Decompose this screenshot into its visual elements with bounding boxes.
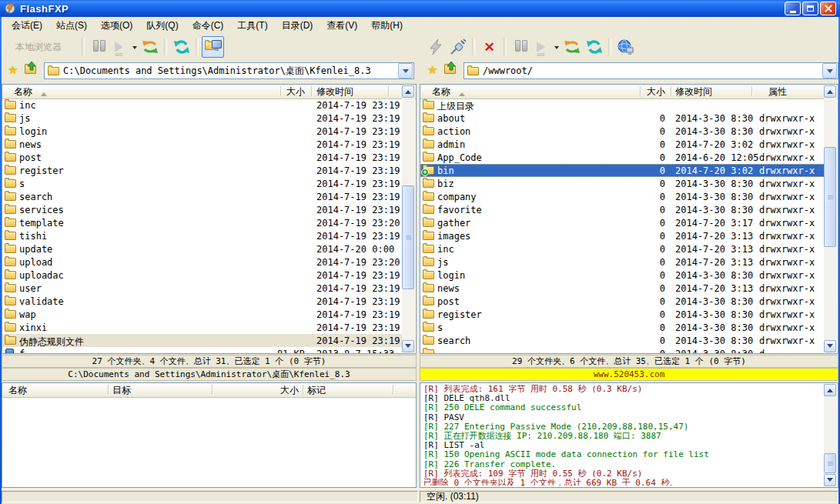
remote-path-value[interactable]: /wwwroot/	[483, 65, 533, 76]
column-divider[interactable]	[388, 86, 390, 96]
column-header-date[interactable]: 修改时间	[316, 85, 353, 98]
go-queue-button[interactable]	[532, 36, 554, 58]
file-row[interactable]: news02014-7-20 3:13drwxrwxr-x	[420, 282, 825, 295]
favorites-icon[interactable]: ★	[8, 63, 18, 77]
column-header-attr[interactable]: 属性	[768, 85, 787, 98]
file-row[interactable]: services2014-7-19 23:19	[2, 203, 403, 216]
file-row[interactable]: user2014-7-19 23:19	[2, 282, 403, 295]
file-row[interactable]: images02014-7-20 3:13drwxrwxr-x	[420, 229, 825, 242]
column-header-size[interactable]: 大小	[280, 383, 299, 397]
transfer-button[interactable]	[139, 36, 161, 58]
column-divider[interactable]	[108, 385, 109, 395]
file-row[interactable]: register02014-3-30 8:30drwxrwxr-x	[420, 308, 825, 321]
file-row[interactable]: login02014-3-30 8:30drwxrwxr-x	[420, 269, 825, 282]
menu-item-3[interactable]: 选项(O)	[94, 17, 139, 35]
file-row[interactable]: search2014-7-19 23:19	[2, 190, 403, 203]
log-scrollbar[interactable]	[824, 384, 837, 486]
web-site-button[interactable]	[614, 36, 637, 58]
file-row[interactable]: uploadac2014-7-19 23:19	[2, 269, 403, 282]
file-row[interactable]: admin02014-7-20 3:02drwxrwxr-x	[420, 138, 825, 151]
column-divider[interactable]	[212, 385, 213, 395]
refresh-button[interactable]	[170, 36, 192, 58]
column-header-flag[interactable]: 标记	[307, 383, 326, 397]
file-row[interactable]: about02014-3-30 8:30drwxrwxr-x	[420, 112, 825, 125]
transfer-button[interactable]	[561, 36, 583, 58]
remote-path-dropdown-button[interactable]	[822, 63, 837, 78]
go-queue-button[interactable]	[110, 36, 132, 58]
parent-folder-button[interactable]	[444, 64, 458, 75]
menu-item-6[interactable]: 工具(T)	[230, 17, 274, 35]
file-row[interactable]: news2014-7-19 23:19	[2, 138, 403, 151]
refresh-button[interactable]	[583, 36, 605, 58]
column-divider[interactable]	[280, 86, 282, 96]
local-path-combobox[interactable]: C:\Documents and Settings\Administrator\…	[44, 62, 414, 79]
scroll-up-button[interactable]	[402, 85, 414, 98]
menu-item-7[interactable]: 目录(D)	[275, 17, 320, 35]
menu-item-9[interactable]: 帮助(H)	[364, 17, 410, 35]
menu-item-8[interactable]: 查看(V)	[320, 17, 364, 35]
disconnect-button[interactable]: ✕	[478, 36, 500, 58]
column-header-name[interactable]: 名称	[8, 383, 27, 397]
column-divider[interactable]	[751, 86, 753, 96]
file-row[interactable]: post2014-7-19 23:19	[2, 151, 403, 164]
file-row[interactable]: wap2014-7-19 23:19	[2, 308, 403, 321]
scroll-down-button[interactable]	[824, 340, 836, 352]
quick-connect-button[interactable]	[424, 36, 447, 58]
file-row[interactable]: biz02014-3-30 8:30drwxrwxr-x	[420, 177, 825, 190]
favorites-icon[interactable]: ★	[427, 63, 437, 77]
pause-button[interactable]	[510, 36, 532, 58]
file-row-partial[interactable]: 02014-3-30 8:30d	[420, 347, 825, 353]
file-row[interactable]: xinxi2014-7-19 23:19	[2, 321, 403, 334]
file-row[interactable]: search02014-3-30 8:30drwxrwxr-x	[420, 334, 825, 347]
file-row[interactable]: 上级目录	[420, 98, 825, 112]
file-row[interactable]: company02014-3-30 8:30drwxrwxr-x	[420, 190, 825, 203]
scroll-up-button[interactable]	[824, 384, 836, 396]
file-row-partial[interactable]: f81 KB2013-8-7 15:33	[2, 347, 403, 353]
column-header-size[interactable]: 大小	[647, 85, 665, 98]
file-row[interactable]: tishi2014-7-19 23:19	[2, 229, 403, 242]
menu-item-1[interactable]: 会话(E)	[5, 17, 49, 35]
column-divider[interactable]	[393, 385, 394, 395]
file-row[interactable]: 伪静态规则文件2014-7-19 23:19	[2, 334, 403, 347]
menu-item-4[interactable]: 队列(Q)	[139, 17, 185, 35]
file-row[interactable]: template2014-7-19 23:20	[2, 216, 403, 229]
column-divider[interactable]	[671, 86, 672, 96]
scrollbar-thumb[interactable]	[402, 185, 414, 289]
file-row[interactable]: update2014-7-20 0:00	[2, 242, 403, 255]
file-row[interactable]: inc02014-7-20 3:13drwxrwxr-x	[420, 242, 825, 255]
file-row[interactable]: post02014-3-30 8:30drwxrwxr-x	[420, 295, 825, 308]
local-path-dropdown-button[interactable]	[398, 63, 413, 78]
scroll-down-button[interactable]	[402, 340, 414, 352]
menu-item-5[interactable]: 命令(C)	[186, 17, 231, 35]
scroll-up-button[interactable]	[824, 85, 836, 98]
go-dropdown-arrow[interactable]	[554, 46, 559, 52]
close-button[interactable]	[820, 2, 836, 15]
go-dropdown-arrow[interactable]	[132, 46, 137, 52]
scroll-down-button[interactable]	[824, 474, 836, 486]
file-row[interactable]: favorite02014-3-30 8:30drwxrwxr-x	[420, 203, 825, 216]
file-row[interactable]: validate2014-7-19 23:19	[2, 295, 403, 308]
scrollbar-thumb[interactable]	[824, 147, 836, 247]
connect-button[interactable]	[447, 36, 469, 58]
pause-button[interactable]	[88, 36, 110, 58]
file-row[interactable]: login2014-7-19 23:19	[2, 125, 403, 138]
file-row[interactable]: bin02014-7-20 3:02drwxrwxr-x	[420, 164, 825, 177]
column-header-size[interactable]: 大小	[286, 85, 305, 98]
file-row[interactable]: gather02014-7-20 3:17drwxrwxr-x	[420, 216, 825, 229]
column-divider[interactable]	[303, 385, 304, 395]
file-row[interactable]: js02014-7-20 3:13drwxrwxr-x	[420, 255, 825, 269]
parent-folder-button[interactable]	[25, 64, 38, 75]
maximize-button[interactable]	[802, 2, 818, 15]
column-header-date[interactable]: 修改时间	[675, 85, 712, 98]
local-path-value[interactable]: C:\Documents and Settings\Administrator\…	[63, 65, 371, 78]
file-row[interactable]: s2014-7-19 23:19	[2, 177, 403, 190]
column-divider[interactable]	[311, 86, 313, 96]
file-row[interactable]: js2014-7-19 23:19	[2, 112, 403, 125]
file-row[interactable]: upload2014-7-19 23:20	[2, 255, 403, 269]
local-list-scrollbar[interactable]	[402, 85, 415, 352]
column-header-target[interactable]: 目标	[112, 383, 131, 397]
file-row[interactable]: register2014-7-19 23:19	[2, 164, 403, 177]
column-header-name[interactable]: 名称	[14, 85, 32, 98]
minimize-button[interactable]	[785, 2, 801, 15]
file-row[interactable]: inc2014-7-19 23:19	[2, 98, 403, 112]
